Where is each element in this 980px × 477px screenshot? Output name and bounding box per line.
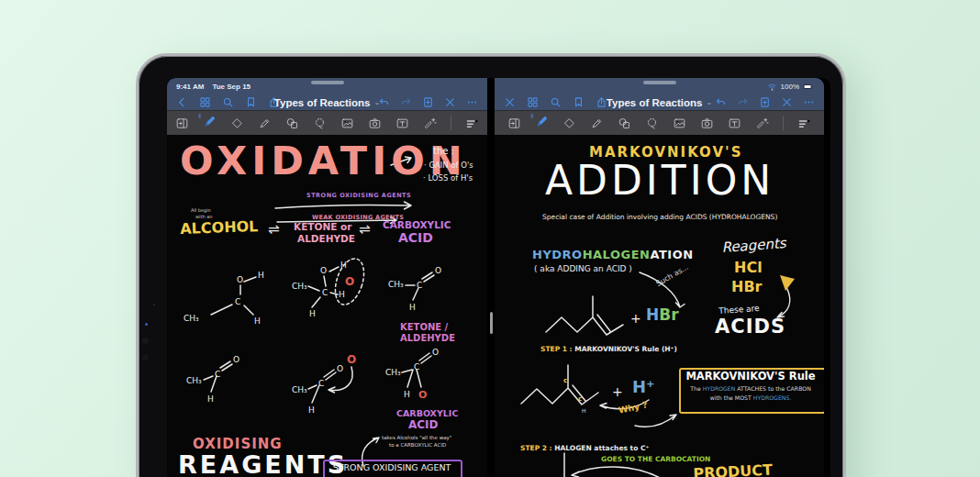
note-text: HBr	[731, 279, 762, 295]
grid-view-icon[interactable]	[199, 96, 211, 108]
stroke-thickness-icon[interactable]	[797, 116, 811, 130]
pen-icon[interactable]	[203, 115, 217, 128]
pen-tool[interactable]	[203, 115, 217, 132]
add-page-icon[interactable]	[759, 96, 771, 108]
note-text: GOES TO THE CARBOCATION	[601, 456, 710, 463]
document-title[interactable]: Types of Reactions⌄	[274, 97, 380, 108]
note-text: Special case of Addition involving addin…	[542, 214, 777, 221]
pointer-pen-icon[interactable]	[423, 116, 437, 130]
note-text: H	[309, 309, 316, 318]
redo-icon[interactable]	[400, 96, 412, 108]
pointer-pen-icon[interactable]	[755, 116, 769, 130]
bookmark-icon[interactable]	[573, 96, 585, 108]
right-statusbar: 100%	[495, 78, 824, 93]
camera-icon[interactable]	[700, 116, 714, 130]
note-text: STEP 1 : MARKOVNIKOV'S Rule (H⁺)	[540, 346, 677, 353]
insert-image-icon[interactable]	[340, 116, 354, 130]
highlighter-icon[interactable]	[590, 116, 604, 130]
sensor-dot	[153, 304, 155, 305]
lasso-icon[interactable]	[645, 116, 659, 130]
close-split-icon[interactable]	[781, 96, 793, 108]
left-statusbar: 9:41 AM Tue Sep 15	[167, 78, 487, 93]
note-text: O	[237, 275, 243, 284]
note-text: c	[563, 378, 567, 385]
document-title[interactable]: Types of Reactions⌄	[607, 97, 712, 108]
close-split-icon[interactable]	[444, 96, 456, 108]
title-addition: ADDITION	[545, 158, 774, 203]
insert-image-icon[interactable]	[673, 116, 686, 130]
highlighter-icon[interactable]	[258, 116, 272, 130]
close-window-icon[interactable]	[504, 96, 516, 108]
add-page-icon[interactable]	[422, 96, 434, 108]
back-icon[interactable]	[176, 96, 188, 108]
note-text: CH₃	[186, 376, 202, 385]
status-date: Tue Sep 15	[212, 83, 251, 91]
sensor-camera	[142, 354, 149, 361]
split-drag-handle[interactable]	[490, 312, 493, 334]
note-text: H	[258, 271, 264, 280]
text-box-icon[interactable]	[395, 116, 409, 130]
screen: 9:41 AM Tue Sep 15 Types of Reactions⌄	[167, 78, 830, 477]
note-text: H	[339, 290, 345, 299]
right-canvas[interactable]: MARKOVNIKOV'SADDITIONSpecial case of Add…	[495, 135, 824, 477]
note-text: ACIDS	[715, 316, 785, 338]
more-icon[interactable]	[466, 96, 478, 108]
stroke-thickness-icon[interactable]	[465, 116, 479, 130]
eraser-icon[interactable]	[230, 116, 244, 130]
pen-icon[interactable]	[535, 115, 549, 128]
note-text: CH₃	[385, 368, 401, 377]
note-text: O	[418, 390, 427, 401]
note-text: H	[308, 405, 315, 415]
note-text: O	[347, 354, 356, 366]
note-text: KETONE /	[400, 322, 448, 332]
shapes-icon[interactable]	[285, 116, 299, 130]
camera-icon[interactable]	[368, 116, 382, 130]
note-text: C	[235, 297, 240, 306]
note-text: CARBOXYLIC	[383, 220, 451, 231]
bookmark-icon[interactable]	[245, 96, 257, 108]
note-text: ALDEHYDE	[297, 234, 355, 245]
note-text: · GAIN of O's	[424, 161, 473, 171]
undo-icon[interactable]	[715, 96, 727, 108]
note-text: H	[254, 316, 261, 326]
note-text: STRONG OXIDISING AGENTS	[306, 193, 411, 199]
label-product: PRODUCT	[693, 461, 773, 477]
note-text: O	[320, 266, 327, 275]
pen-tool[interactable]	[535, 115, 549, 132]
multitask-pill[interactable]	[643, 81, 676, 84]
note-text: C	[318, 379, 324, 388]
battery-percent: 100%	[781, 83, 799, 91]
left-toolbar	[167, 110, 487, 135]
note-text: · LOSS of H's	[423, 174, 473, 183]
note-text: O	[233, 355, 239, 364]
multitask-pill[interactable]	[311, 81, 344, 84]
note-text: the :	[433, 146, 454, 156]
note-text: CH₃	[292, 385, 307, 394]
page-navigator-icon[interactable]	[507, 116, 521, 130]
note-text: takes Alcohols "all the way"	[382, 435, 451, 440]
page-navigator-icon[interactable]	[175, 116, 189, 130]
shapes-icon[interactable]	[618, 116, 631, 130]
note-text: STEP 2 : HALOGEN attaches to C⁺	[520, 445, 649, 452]
redo-icon[interactable]	[737, 96, 749, 108]
note-text: C	[215, 370, 220, 379]
lasso-icon[interactable]	[313, 116, 327, 130]
chevron-down-icon: ⌄	[706, 98, 712, 106]
pencil-pairing-light	[145, 323, 148, 326]
grid-view-icon[interactable]	[527, 96, 539, 108]
left-canvas[interactable]: OXIDATIONthe :· GAIN of O's· LOSS of H's…	[167, 135, 487, 477]
text-box-icon[interactable]	[728, 116, 741, 130]
bluetooth-icon	[529, 112, 535, 120]
note-text: H	[409, 303, 416, 312]
note-text: ACID	[398, 231, 433, 246]
notes-app-right-pane: 100% Types of Reactions⌄	[495, 78, 824, 477]
eraser-icon[interactable]	[562, 116, 576, 130]
more-icon[interactable]	[803, 96, 815, 108]
right-navbar: Types of Reactions⌄	[495, 93, 824, 112]
battery-icon	[802, 82, 815, 92]
label-alcohol: ALCOHOL	[180, 218, 259, 238]
search-icon[interactable]	[222, 96, 234, 108]
front-camera	[141, 337, 150, 345]
left-navbar: Types of Reactions⌄	[167, 93, 487, 112]
search-icon[interactable]	[550, 96, 562, 108]
